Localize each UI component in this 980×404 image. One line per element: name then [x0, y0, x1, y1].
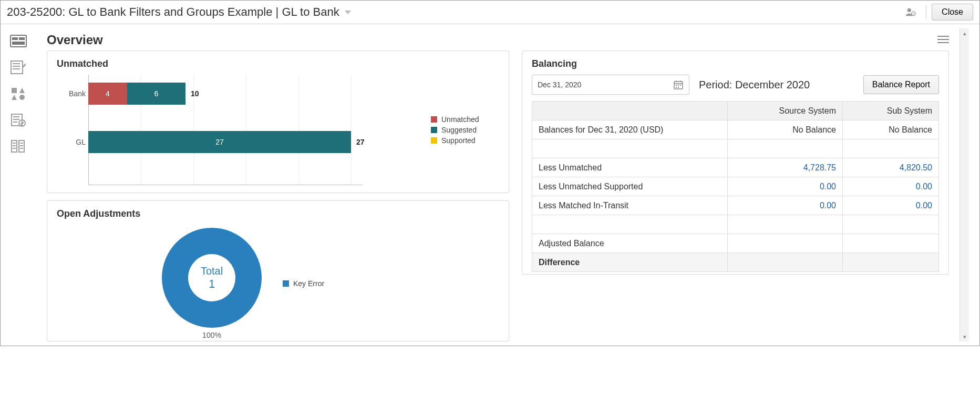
- svg-rect-5: [19, 37, 25, 40]
- table-row-difference: Difference: [532, 253, 939, 272]
- row-label: Adjusted Balance: [532, 234, 728, 253]
- overview-tab-icon[interactable]: [10, 34, 27, 48]
- worksheet-tab-icon[interactable]: [10, 60, 27, 75]
- legend-label: Supported: [441, 136, 476, 145]
- table-row: Adjusted Balance: [532, 234, 939, 253]
- cell-source[interactable]: 0.00: [820, 201, 836, 210]
- svg-rect-39: [678, 87, 679, 88]
- panels: Unmatched Bank 4: [47, 50, 949, 341]
- user-help-icon[interactable]: ?: [905, 6, 916, 18]
- unmatched-title: Unmatched: [57, 58, 499, 69]
- balancing-controls: Dec 31, 2020 Period: December 2020 Balan…: [532, 75, 939, 95]
- scroll-down-icon[interactable]: ▾: [963, 332, 966, 341]
- swatch-unmatched: [431, 116, 437, 123]
- scroll-up-icon[interactable]: ▴: [963, 28, 966, 38]
- row-label: Difference: [532, 253, 728, 272]
- row-label: Less Unmatched: [532, 158, 728, 177]
- cell-source: No Balance: [727, 120, 843, 139]
- page-title[interactable]: 203-25200: GL to Bank Filters and Groups…: [7, 5, 351, 19]
- columns-tab-icon[interactable]: [10, 139, 27, 154]
- svg-rect-3: [11, 35, 26, 47]
- svg-rect-29: [937, 39, 949, 40]
- legend-label: Suggested: [441, 126, 477, 134]
- bar-seg-suggested[interactable]: 27: [88, 131, 351, 153]
- balancing-table: Source System Sub System Balances for De…: [532, 101, 939, 272]
- donut-center-value: 1: [209, 277, 215, 291]
- page-header: 203-25200: GL to Bank Filters and Groups…: [1, 1, 979, 24]
- donut-legend: Key Error: [283, 279, 324, 288]
- cell-sub: No Balance: [843, 120, 939, 139]
- svg-rect-30: [937, 42, 949, 43]
- col-source: Source System: [727, 102, 843, 120]
- donut-chart[interactable]: Total 1: [162, 228, 262, 328]
- row-label: Less Unmatched Supported: [532, 177, 728, 196]
- donut-wrap: Total 1 100% Key Error: [57, 225, 499, 339]
- svg-rect-6: [12, 42, 25, 45]
- svg-marker-13: [12, 95, 17, 100]
- calendar-icon[interactable]: [673, 79, 684, 90]
- donut-center: Total 1: [188, 254, 235, 301]
- category-label: Bank: [59, 89, 86, 98]
- chart-row-bank: Bank 4 6 10: [88, 80, 431, 107]
- overview-title: Overview: [47, 33, 103, 47]
- table-head-row: Source System Sub System: [532, 102, 939, 120]
- balancing-title: Balancing: [532, 58, 939, 69]
- donut-container: Total 1 100%: [162, 228, 262, 339]
- svg-rect-7: [11, 61, 23, 74]
- swatch-suggested: [431, 127, 437, 133]
- chart-body: Bank 4 6 10 GL 27 27: [57, 75, 431, 185]
- swatch-key-error: [283, 280, 289, 287]
- svg-rect-35: [676, 85, 677, 86]
- row-label: Less Matched In-Transit: [532, 196, 728, 215]
- open-adj-title: Open Adjustments: [57, 208, 499, 219]
- bar-total: 27: [356, 138, 365, 146]
- col-sub: Sub System: [843, 102, 939, 120]
- svg-rect-28: [937, 36, 949, 37]
- x-axis: [88, 185, 363, 185]
- close-button[interactable]: Close: [932, 4, 973, 21]
- date-picker[interactable]: Dec 31, 2020: [532, 75, 689, 95]
- svg-point-0: [907, 8, 911, 12]
- table-row: Less Matched In-Transit 0.00 0.00: [532, 196, 939, 215]
- col-label: [532, 102, 728, 120]
- svg-rect-37: [680, 85, 681, 86]
- svg-rect-36: [678, 85, 679, 86]
- content-area: Overview Unmatched: [36, 28, 960, 341]
- category-label: GL: [59, 138, 86, 146]
- donut-center-label: Total: [201, 265, 223, 277]
- period-label: Period: December 2020: [699, 79, 810, 91]
- table-row: Less Unmatched 4,728.75 4,820.50: [532, 158, 939, 177]
- unmatched-legend: Unmatched Suggested Supported: [431, 113, 499, 147]
- vertical-scrollbar[interactable]: ▴ ▾: [960, 28, 969, 341]
- page-body: Overview Unmatched: [1, 24, 979, 346]
- cell-source[interactable]: 4,728.75: [803, 163, 836, 172]
- cell-sub[interactable]: 0.00: [916, 182, 932, 191]
- legend-label: Key Error: [293, 279, 324, 288]
- right-column: Balancing Dec 31, 2020 Period: December …: [522, 50, 949, 341]
- svg-rect-38: [676, 87, 677, 88]
- bar-seg-suggested[interactable]: 6: [127, 83, 185, 105]
- shapes-tab-icon[interactable]: [10, 86, 27, 101]
- donut-percent: 100%: [162, 331, 262, 339]
- row-label: Balances for Dec 31, 2020 (USD): [532, 120, 728, 139]
- left-column: Unmatched Bank 4: [47, 50, 509, 341]
- cell-sub[interactable]: 4,820.50: [900, 163, 932, 172]
- balance-report-button[interactable]: Balance Report: [863, 75, 939, 94]
- date-value: Dec 31, 2020: [538, 80, 673, 89]
- legend-label: Unmatched: [441, 115, 479, 124]
- svg-rect-11: [12, 88, 17, 93]
- separator: [926, 5, 926, 19]
- panel-menu-icon[interactable]: [937, 35, 949, 45]
- page-title-text: 203-25200: GL to Bank Filters and Groups…: [7, 5, 339, 19]
- table-row: Balances for Dec 31, 2020 (USD) No Balan…: [532, 120, 939, 139]
- cell-source[interactable]: 0.00: [820, 182, 836, 191]
- cell-sub[interactable]: 0.00: [916, 201, 932, 210]
- table-row: Less Unmatched Supported 0.00 0.00: [532, 177, 939, 196]
- bar-seg-unmatched[interactable]: 4: [88, 83, 127, 105]
- balancing-panel: Balancing Dec 31, 2020 Period: December …: [522, 50, 949, 275]
- svg-rect-4: [12, 37, 18, 40]
- page: 203-25200: GL to Bank Filters and Groups…: [0, 0, 980, 346]
- svg-marker-12: [19, 88, 25, 93]
- checklist-tab-icon[interactable]: [10, 113, 27, 127]
- chevron-down-icon[interactable]: [345, 11, 351, 14]
